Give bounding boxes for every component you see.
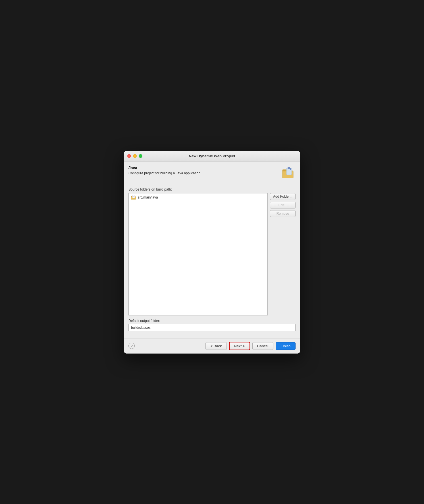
back-button[interactable]: < Back	[205, 342, 226, 350]
window-title: New Dynamic Web Project	[189, 154, 235, 158]
footer: ? < Back Next > Cancel Finish	[124, 338, 300, 354]
footer-left: ?	[128, 343, 135, 349]
minimize-button[interactable]	[133, 154, 137, 158]
side-buttons: Add Folder... Edit... Remove	[270, 193, 296, 315]
traffic-lights	[127, 154, 142, 158]
page-subtitle: Configure project for building a Java ap…	[128, 171, 278, 175]
edit-button[interactable]: Edit...	[270, 202, 296, 208]
svg-rect-1	[282, 170, 287, 171]
remove-button[interactable]: Remove	[270, 210, 296, 217]
java-icon	[281, 166, 296, 180]
output-folder-label: Default output folder:	[128, 319, 296, 323]
dialog-content: Java Configure project for building a Ja…	[124, 162, 300, 354]
dialog-window: New Dynamic Web Project Java Configure p…	[124, 151, 300, 354]
close-button[interactable]	[127, 154, 131, 158]
folder-item-icon	[131, 195, 136, 200]
source-folder-path: src/main/java	[138, 195, 158, 199]
next-button[interactable]: Next >	[229, 342, 250, 350]
footer-buttons: < Back Next > Cancel Finish	[205, 342, 296, 350]
source-folders-list[interactable]: src/main/java	[128, 193, 268, 315]
title-bar: New Dynamic Web Project	[124, 151, 300, 162]
help-button[interactable]: ?	[128, 343, 135, 349]
header-section: Java Configure project for building a Ja…	[124, 162, 300, 184]
cancel-button[interactable]: Cancel	[252, 342, 273, 350]
output-folder-input[interactable]	[128, 324, 296, 331]
maximize-button[interactable]	[139, 154, 142, 158]
output-section: Default output folder:	[128, 319, 296, 331]
header-text: Java Configure project for building a Ja…	[128, 166, 278, 175]
main-body: Source folders on build path:	[124, 184, 300, 338]
page-title: Java	[128, 166, 278, 170]
content-area: src/main/java Add Folder... Edit... Remo…	[128, 193, 296, 315]
finish-button[interactable]: Finish	[276, 342, 296, 350]
source-folders-label: Source folders on build path:	[128, 187, 296, 191]
list-item: src/main/java	[130, 195, 266, 200]
add-folder-button[interactable]: Add Folder...	[270, 193, 296, 200]
